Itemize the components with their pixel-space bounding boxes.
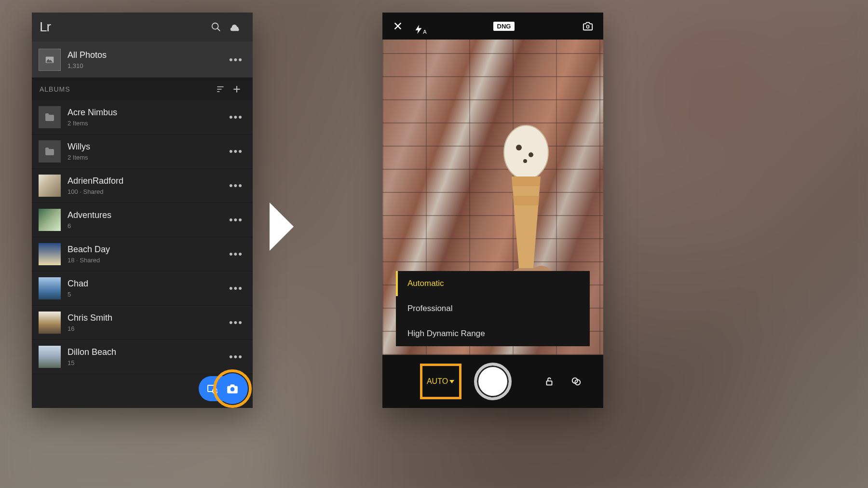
camera-viewfinder[interactable]: AutomaticProfessionalHigh Dynamic Range: [382, 40, 603, 355]
more-icon[interactable]: •••: [226, 316, 246, 329]
more-icon[interactable]: •••: [226, 214, 246, 226]
album-title: AdrienRadford: [68, 176, 226, 186]
album-row[interactable]: Chris Smith16•••: [32, 306, 253, 340]
svg-rect-5: [217, 91, 219, 92]
album-text: Chris Smith16: [68, 313, 226, 332]
album-thumbnail: [39, 175, 61, 197]
album-row[interactable]: Dillon Beach15•••: [32, 340, 253, 374]
album-text: Acre Nimbus2 Items: [68, 108, 226, 127]
camera-mode-item[interactable]: Professional: [396, 296, 590, 321]
sort-icon[interactable]: [212, 81, 229, 97]
highlight-ring: [213, 369, 252, 408]
more-icon[interactable]: •••: [226, 351, 246, 363]
album-text: Willys2 Items: [68, 142, 226, 161]
presets-icon[interactable]: [569, 374, 584, 389]
camera-mode-item[interactable]: High Dynamic Range: [396, 321, 590, 346]
svg-point-20: [529, 152, 533, 157]
more-icon[interactable]: •••: [226, 179, 246, 192]
close-icon[interactable]: [389, 17, 407, 35]
album-title: Willys: [68, 142, 226, 152]
album-row[interactable]: Acre Nimbus2 Items•••: [32, 100, 253, 135]
camera-mode-item[interactable]: Automatic: [396, 271, 590, 296]
svg-point-0: [212, 23, 218, 29]
mode-selector-button[interactable]: AUTO: [420, 364, 461, 399]
svg-point-21: [523, 159, 527, 163]
svg-rect-3: [217, 86, 223, 87]
album-subtitle: 100 · Shared: [68, 188, 226, 195]
all-photos-text: All Photos 1,310: [68, 50, 226, 69]
album-list: Acre Nimbus2 Items•••Willys2 Items•••Adr…: [32, 100, 253, 408]
svg-marker-24: [449, 380, 454, 383]
shutter-button[interactable]: [474, 363, 512, 400]
cloud-sync-icon[interactable]: [226, 17, 245, 37]
photos-icon: [39, 49, 61, 71]
albums-section-label: ALBUMS: [40, 85, 212, 93]
album-title: Beach Day: [68, 244, 226, 255]
album-title: Dillon Beach: [68, 347, 226, 357]
album-thumbnail: [39, 243, 61, 265]
flash-mode-label: A: [423, 29, 426, 35]
album-subtitle: 2 Items: [68, 120, 226, 127]
album-text: Adventures6: [68, 210, 226, 230]
album-thumbnail: [39, 346, 61, 368]
album-title: Chad: [68, 279, 226, 289]
svg-marker-16: [416, 25, 422, 34]
floating-action-group: [199, 376, 245, 401]
album-thumbnail: [39, 312, 61, 334]
transition-arrow-icon: [268, 203, 295, 251]
albums-section-header: ALBUMS: [32, 78, 253, 100]
more-icon[interactable]: •••: [226, 111, 246, 123]
album-text: Beach Day18 · Shared: [68, 244, 226, 264]
search-icon[interactable]: [206, 17, 226, 37]
album-title: Adventures: [68, 210, 226, 220]
camera-bottom-bar: AUTO: [382, 355, 603, 408]
more-icon[interactable]: •••: [226, 54, 246, 66]
album-subtitle: 18 · Shared: [68, 257, 226, 264]
lightroom-logo: Lr: [40, 19, 206, 35]
svg-marker-22: [512, 176, 541, 268]
album-row[interactable]: Chad5•••: [32, 271, 253, 306]
album-subtitle: 6: [68, 222, 226, 230]
album-row[interactable]: Adventures6•••: [32, 203, 253, 237]
chevron-down-icon: [449, 379, 455, 384]
all-photos-row[interactable]: All Photos 1,310 •••: [32, 41, 253, 78]
svg-line-1: [217, 28, 220, 31]
add-album-icon[interactable]: [229, 81, 245, 97]
album-text: Dillon Beach15: [68, 347, 226, 366]
album-thumbnail: [39, 277, 61, 299]
folder-icon: [39, 106, 61, 128]
album-row[interactable]: AdrienRadford100 · Shared•••: [32, 169, 253, 203]
svg-rect-25: [547, 381, 552, 385]
all-photos-count: 1,310: [68, 62, 226, 69]
svg-marker-13: [270, 203, 294, 251]
album-text: AdrienRadford100 · Shared: [68, 176, 226, 195]
album-subtitle: 5: [68, 291, 226, 298]
file-format-badge[interactable]: DNG: [493, 22, 515, 31]
more-icon[interactable]: •••: [226, 145, 246, 158]
album-title: Chris Smith: [68, 313, 226, 323]
album-subtitle: 2 Items: [68, 154, 226, 161]
app-header: Lr: [32, 13, 253, 41]
lightroom-library-screen: Lr All Photos 1,310 ••• ALBUMS Acre Nimb…: [32, 13, 253, 408]
folder-icon: [39, 140, 61, 163]
album-subtitle: 16: [68, 325, 226, 332]
more-icon[interactable]: •••: [226, 282, 246, 295]
lightroom-camera-screen: A DNG AutomaticProfessionalHigh Dynamic …: [382, 13, 603, 408]
lock-icon[interactable]: [542, 374, 557, 389]
album-row[interactable]: Beach Day18 · Shared•••: [32, 237, 253, 271]
more-icon[interactable]: •••: [226, 248, 246, 260]
svg-rect-4: [217, 89, 221, 90]
album-text: Chad5: [68, 279, 226, 298]
svg-point-19: [516, 145, 522, 150]
album-row[interactable]: Willys2 Items•••: [32, 135, 253, 169]
album-subtitle: 15: [68, 359, 226, 366]
camera-mode-menu: AutomaticProfessionalHigh Dynamic Range: [396, 271, 590, 346]
flash-auto-icon[interactable]: A: [411, 17, 429, 35]
album-title: Acre Nimbus: [68, 108, 226, 118]
album-thumbnail: [39, 209, 61, 231]
switch-camera-icon[interactable]: [579, 17, 597, 35]
camera-top-bar: A DNG: [382, 13, 603, 40]
all-photos-title: All Photos: [68, 50, 226, 60]
mode-selector-label: AUTO: [427, 377, 448, 386]
